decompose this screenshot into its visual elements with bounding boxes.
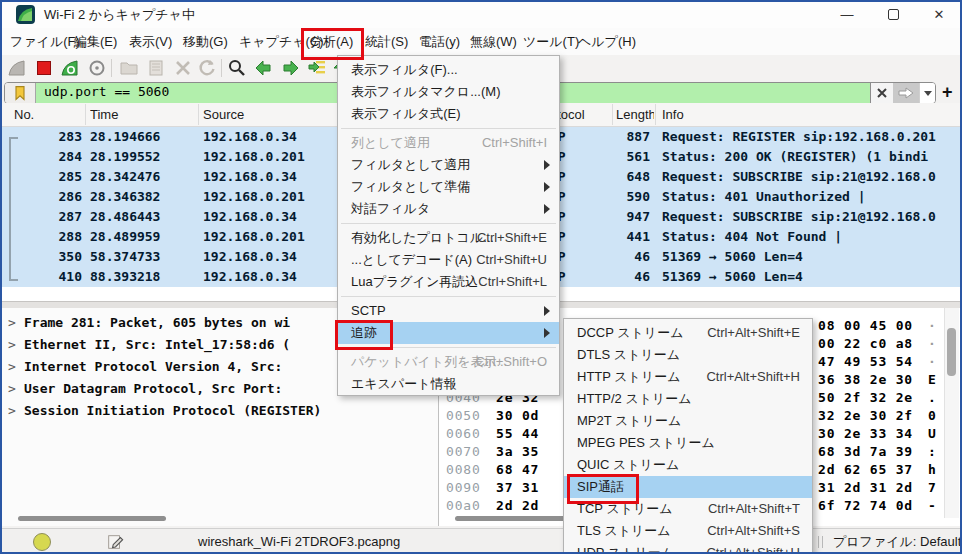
- column-header-info[interactable]: Info: [662, 103, 782, 126]
- menubar-item-9[interactable]: 無線(W): [470, 28, 517, 55]
- hex-ascii: E: [928, 371, 936, 389]
- hex-offset: 0050: [446, 407, 481, 425]
- restart-capture-icon[interactable]: [59, 57, 81, 79]
- capture-comment-pencil-icon[interactable]: [106, 533, 124, 554]
- follow-submenu-item-tcp[interactable]: TCP ストリームCtrl+Alt+Shift+T: [564, 498, 812, 520]
- packet-cell: 410: [14, 267, 82, 287]
- analyze-menu-item-[interactable]: 列として適用Ctrl+Shift+I: [338, 132, 559, 154]
- find-packet-icon[interactable]: [226, 57, 248, 79]
- packet-cell: 192.168.0.34: [203, 167, 343, 187]
- expert-info-icon[interactable]: [33, 533, 51, 551]
- packet-cell: 28.346382: [90, 187, 195, 207]
- menu-item-label: UDP ストリーム: [577, 542, 674, 554]
- packet-cell: 192.168.0.201: [203, 227, 343, 247]
- column-header-source[interactable]: Source: [203, 103, 333, 126]
- hex-bytes-left: 68 47: [496, 461, 539, 479]
- expand-chevron-icon[interactable]: >: [8, 378, 16, 400]
- analyze-menu-item-[interactable]: エキスパート情報: [338, 373, 559, 395]
- analyze-menu-item-lua[interactable]: Luaプラグイン再読込Ctrl+Shift+L: [338, 271, 559, 293]
- close-icon[interactable]: ✕: [916, 0, 962, 28]
- menu-item-label: 表示フィルタ(F)...: [351, 59, 458, 81]
- hex-bytes-left: 55 44: [496, 425, 539, 443]
- previous-packet-icon[interactable]: [252, 57, 274, 79]
- packet-cell: 284: [14, 147, 82, 167]
- menu-item-label: HTTP/2 ストリーム: [577, 388, 692, 410]
- packet-cell: 887: [556, 127, 650, 147]
- follow-submenu-item-sip[interactable]: SIP通話: [564, 476, 812, 498]
- go-to-packet-icon[interactable]: [306, 57, 328, 79]
- detail-hscrollbar[interactable]: [18, 516, 166, 521]
- menubar-item-2[interactable]: 編集(E): [74, 28, 117, 55]
- open-file-icon[interactable]: [118, 57, 140, 79]
- hex-ascii: U: [928, 425, 936, 443]
- follow-submenu-item-tls[interactable]: TLS ストリームCtrl+Alt+Shift+S: [564, 520, 812, 542]
- expand-chevron-icon[interactable]: >: [8, 334, 16, 356]
- analyze-menu-item-f[interactable]: 表示フィルタ(F)...: [338, 59, 559, 81]
- profile-label[interactable]: プロファイル: Default: [833, 529, 961, 554]
- analyze-menu-item-m[interactable]: 表示フィルタマクロ...(M): [338, 81, 559, 103]
- follow-submenu-item-http2[interactable]: HTTP/2 ストリーム: [564, 388, 812, 410]
- bytes-hscrollbar[interactable]: [455, 516, 565, 521]
- bytes-vscrollbar[interactable]: [944, 308, 959, 518]
- column-header-length[interactable]: Length: [616, 103, 654, 126]
- clear-filter-icon[interactable]: [870, 83, 893, 103]
- detail-line[interactable]: >Session Initiation Protocol (REGISTER): [0, 400, 439, 422]
- expand-chevron-icon[interactable]: >: [8, 312, 16, 334]
- packet-cell: 28.489959: [90, 227, 195, 247]
- menubar-item-7[interactable]: 統計(S): [365, 28, 408, 55]
- status-bar: wireshark_Wi-Fi 2TDROF3.pcapng プロファイル: D…: [0, 528, 962, 554]
- analyze-menu-item-sctp[interactable]: SCTP: [338, 300, 559, 322]
- menubar-item-4[interactable]: 移動(G): [183, 28, 228, 55]
- maximize-icon[interactable]: [870, 0, 916, 28]
- analyze-menu-item-[interactable]: 対話フィルタ: [338, 198, 559, 220]
- packet-cell: 192.168.0.201: [203, 147, 343, 167]
- packet-cell: Request: SUBSCRIBE sip:21@192.168.0: [662, 167, 958, 187]
- expand-chevron-icon[interactable]: >: [8, 400, 16, 422]
- minimize-icon[interactable]: —: [824, 0, 870, 28]
- hex-bytes-left: 30 0d: [496, 407, 539, 425]
- analyze-menu-item-[interactable]: 追跡: [338, 322, 559, 344]
- menubar-item-6[interactable]: 分析(A): [310, 28, 353, 55]
- expand-chevron-icon[interactable]: >: [8, 356, 16, 378]
- column-header-no[interactable]: No.: [14, 103, 80, 126]
- analyze-menu-item-[interactable]: 有効化したプロトコル...Ctrl+Shift+E: [338, 227, 559, 249]
- start-capture-icon[interactable]: [6, 57, 28, 79]
- packet-cell: Request: SUBSCRIBE sip:21@192.168.0: [662, 207, 958, 227]
- follow-submenu-item-dtls[interactable]: DTLS ストリーム: [564, 344, 812, 366]
- analyze-menu-item-[interactable]: フィルタとして準備: [338, 176, 559, 198]
- detail-line-text: Ethernet II, Src: Intel_17:58:d6 (: [24, 334, 290, 356]
- filter-history-chevron-down-icon[interactable]: [919, 83, 935, 103]
- analyze-menu-item-[interactable]: フィルタとして適用: [338, 154, 559, 176]
- analyze-menu-item-e[interactable]: 表示フィルタ式(E): [338, 103, 559, 125]
- column-header-time[interactable]: Time: [90, 103, 190, 126]
- analyze-menu-item-a[interactable]: ...としてデコード(A)Ctrl+Shift+U: [338, 249, 559, 271]
- reload-icon[interactable]: [196, 57, 218, 79]
- follow-submenu-item-mpegpes[interactable]: MPEG PES ストリーム: [564, 432, 812, 454]
- hex-ascii: .: [928, 389, 936, 407]
- next-packet-icon[interactable]: [280, 57, 302, 79]
- follow-submenu-item-mp2t[interactable]: MP2T ストリーム: [564, 410, 812, 432]
- menubar-item-8[interactable]: 電話(y): [419, 28, 460, 55]
- hex-offset: 0090: [446, 479, 481, 497]
- follow-submenu-item-http[interactable]: HTTP ストリームCtrl+Alt+Shift+H: [564, 366, 812, 388]
- analyze-menu-item-[interactable]: パケットバイト列を表示...Ctrl+Shift+O: [338, 351, 559, 373]
- bookmark-icon[interactable]: [5, 83, 36, 103]
- menu-item-label: フィルタとして適用: [351, 154, 470, 176]
- menubar-item-1[interactable]: ファイル(F): [10, 28, 80, 55]
- menubar-item-3[interactable]: 表示(V): [129, 28, 172, 55]
- capture-options-icon[interactable]: [86, 57, 108, 79]
- close-file-icon[interactable]: [172, 57, 194, 79]
- packet-cell: Status: 200 OK (REGISTER) (1 bindi: [662, 147, 958, 167]
- follow-submenu-item-udp[interactable]: UDP ストリームCtrl+Alt+Shift+U: [564, 542, 812, 554]
- menu-item-label: 追跡: [351, 322, 377, 344]
- menu-item-shortcut: Ctrl+Alt+Shift+U: [706, 542, 800, 554]
- stop-capture-icon[interactable]: [33, 57, 55, 79]
- hex-ascii: h: [928, 461, 936, 479]
- add-filter-button[interactable]: +: [942, 81, 953, 103]
- follow-submenu-item-quic[interactable]: QUIC ストリーム: [564, 454, 812, 476]
- menubar-item-11[interactable]: ヘルプ(H): [578, 28, 636, 55]
- follow-submenu-item-dccp[interactable]: DCCP ストリームCtrl+Alt+Shift+E: [564, 322, 812, 344]
- menubar-item-10[interactable]: ツール(T): [523, 28, 579, 55]
- apply-filter-icon[interactable]: [893, 83, 919, 103]
- save-file-icon[interactable]: [145, 57, 167, 79]
